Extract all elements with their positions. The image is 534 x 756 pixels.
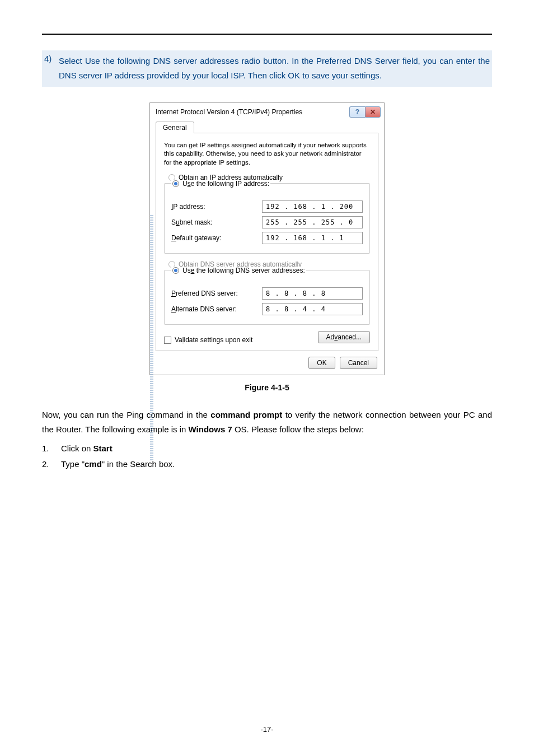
advanced-button[interactable]: Advanced... (318, 331, 370, 343)
ok-button[interactable]: OK (308, 357, 335, 369)
instruction-text: Select Use the following DNS server addr… (59, 54, 490, 83)
preferred-dns-input[interactable]: 8 . 8 . 8 . 8 (262, 287, 363, 300)
step-2: 2. Type "cmd" in the Search box. (42, 456, 492, 473)
top-rule (42, 34, 492, 35)
close-icon[interactable]: ✕ (365, 106, 381, 118)
subnet-mask-input[interactable]: 255 . 255 . 255 . 0 (262, 216, 363, 228)
figure-caption: Figure 4-1-5 (42, 383, 492, 392)
instruction-block: 4) Select Use the following DNS server a… (42, 50, 492, 87)
page-number: -17- (0, 725, 534, 734)
help-icon[interactable]: ? (349, 106, 365, 118)
radio-use-following-ip[interactable]: Use the following IP address: (172, 180, 269, 188)
default-gateway-input[interactable]: 192 . 168 . 1 . 1 (262, 232, 363, 244)
default-gateway-label: Default gateway: (171, 234, 221, 242)
step-1: 1. Click on Start (42, 441, 492, 457)
dialog-titlebar: Internet Protocol Version 4 (TCP/IPv4) P… (150, 103, 384, 121)
validate-checkbox-row[interactable]: Validate settings upon exit (164, 336, 252, 344)
radio-icon (172, 267, 179, 274)
checkbox-icon (164, 337, 171, 344)
radio-use-following-dns[interactable]: Use the following DNS server addresses: (172, 267, 305, 274)
validate-label: Validate settings upon exit (175, 336, 252, 344)
dns-fieldset: Use the following DNS server addresses: … (164, 270, 370, 325)
ip-fieldset: Use the following IP address: IP address… (164, 183, 370, 254)
ip-address-label: IP address: (171, 203, 205, 211)
preferred-dns-label: Preferred DNS server: (171, 290, 238, 297)
radio-icon (172, 180, 179, 187)
steps-list: 1. Click on Start 2. Type "cmd" in the S… (42, 441, 492, 473)
alternate-dns-label: Alternate DNS server: (171, 305, 237, 313)
subnet-mask-label: Subnet mask: (171, 218, 212, 226)
dialog-left-edge (150, 215, 153, 461)
tab-general[interactable]: General (156, 122, 194, 133)
cancel-button[interactable]: Cancel (340, 357, 377, 369)
ip-address-input[interactable]: 192 . 168 . 1 . 200 (262, 200, 363, 213)
dialog-title: Internet Protocol Version 4 (TCP/IPv4) P… (156, 108, 302, 116)
dialog-desc: You can get IP settings assigned automat… (164, 141, 370, 167)
paragraph-ping: Now, you can run the Ping command in the… (42, 408, 492, 437)
alternate-dns-input[interactable]: 8 . 8 . 4 . 4 (262, 303, 363, 315)
instruction-number: 4) (44, 54, 59, 83)
tab-panel-general: You can get IP settings assigned automat… (156, 133, 378, 352)
ipv4-properties-dialog: Internet Protocol Version 4 (TCP/IPv4) P… (149, 102, 385, 376)
